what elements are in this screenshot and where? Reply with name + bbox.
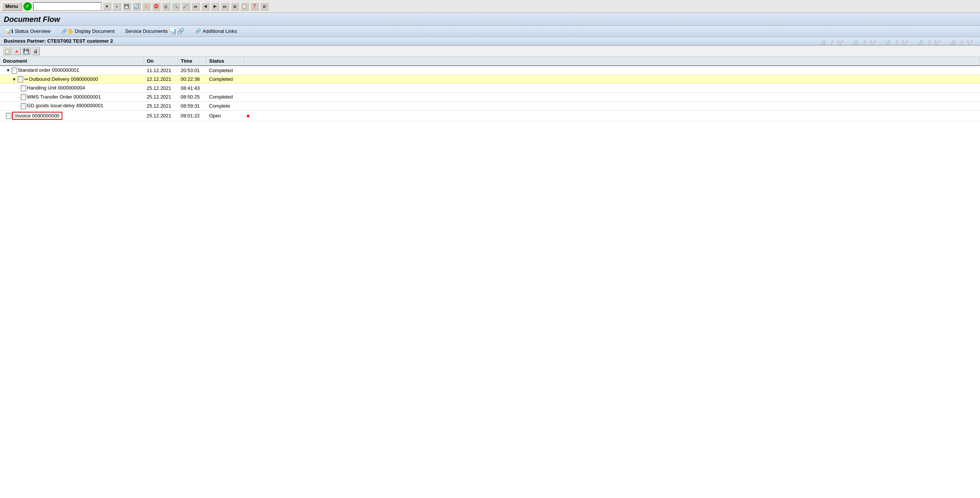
expand-icon[interactable]: ▼: [12, 77, 16, 82]
arrow-icon: ⇒: [24, 76, 28, 82]
document-table: Document On Time Status ▼📄Standard order…: [0, 57, 980, 121]
extra-cell: [244, 92, 980, 102]
window-icon[interactable]: 🖥: [231, 2, 239, 11]
warn-icon[interactable]: ⚠: [142, 2, 150, 11]
invoice-wrapper: Invoice 0090000000: [12, 112, 62, 120]
help-icon[interactable]: ❓: [250, 2, 259, 11]
date-cell: 25.12.2021: [144, 84, 178, 93]
menu-button[interactable]: Menu: [2, 2, 22, 11]
doc-icon: 📄: [6, 113, 11, 119]
extra-cell: [244, 84, 980, 93]
action-bar: 📊ℹ Status Overview 🔗🖐 Display Document S…: [0, 26, 980, 37]
additional-links-btn[interactable]: 🔗 Additional Links: [194, 28, 239, 34]
sub-icon-2[interactable]: 🔺: [13, 47, 21, 55]
print-icon[interactable]: 🖨: [162, 2, 170, 11]
sub-icon-3[interactable]: 💾: [22, 47, 30, 55]
status-cell: Completed: [206, 92, 244, 102]
expand-icon[interactable]: ·: [18, 95, 19, 99]
layout-icon[interactable]: 📋: [240, 2, 249, 11]
red-dot-icon: [247, 115, 250, 117]
expand-icon[interactable]: ·: [18, 86, 19, 90]
refresh-icon[interactable]: 🔄: [132, 2, 141, 11]
doc-label: Standard order 0000000001: [18, 67, 80, 73]
service-documents-label: Service Documents: [125, 28, 168, 34]
find-next-icon[interactable]: 🔎: [181, 2, 190, 11]
extra-cell: [244, 75, 980, 84]
doc-icon: 📄: [12, 68, 17, 74]
display-document-label: Display Document: [75, 28, 115, 34]
doc-label: Outbound Delivery 0080000000: [29, 76, 98, 82]
status-cell: Open: [206, 110, 244, 121]
prev-icon[interactable]: ◀: [201, 2, 209, 11]
status-cell: Completed: [206, 66, 244, 75]
table-row[interactable]: 📄Invoice 009000000025.12.202109:01:22Ope…: [0, 110, 980, 121]
extra-cell: [244, 110, 980, 121]
top-toolbar: Menu ✓ ▼ « 💾 🔄 ⚠ ⛔ 🖨 🔍 🔎 ⏮ ◀ ▶ ⏭ 🖥 📋 ❓ 🖥: [0, 0, 980, 13]
date-cell: 25.12.2021: [144, 102, 178, 111]
time-cell: 08:50:25: [178, 92, 206, 102]
status-overview-label: Status Overview: [15, 28, 51, 34]
additional-links-label: Additional Links: [202, 28, 237, 34]
next-icon[interactable]: ▶: [211, 2, 219, 11]
table-row[interactable]: ·📄WMS Transfer Order 000000000125.12.202…: [0, 92, 980, 102]
col-header-status: Status: [206, 57, 244, 66]
bp-label: Business Partner:: [4, 38, 46, 44]
doc-cell: ·📄WMS Transfer Order 0000000001: [0, 92, 144, 102]
table-row[interactable]: ▼📄Standard order 000000000111.12.202120:…: [0, 66, 980, 75]
col-header-time: Time: [178, 57, 206, 66]
doc-label: WMS Transfer Order 0000000001: [27, 94, 101, 100]
sub-icon-4[interactable]: 🖨: [31, 47, 40, 55]
extra-cell: [244, 102, 980, 111]
extra-cell: [244, 66, 980, 75]
date-cell: 25.12.2021: [144, 110, 178, 121]
table-row[interactable]: ·📄GD goods issue:delvy 490000000125.12.2…: [0, 102, 980, 111]
save-icon[interactable]: 💾: [123, 2, 131, 11]
command-input[interactable]: [33, 2, 101, 11]
dropdown-arrow-icon[interactable]: ▼: [103, 2, 111, 11]
doc-icon: 📄: [18, 76, 23, 82]
doc-cell: ·📄GD goods issue:delvy 4900000001: [0, 102, 144, 111]
col-header-on: On: [144, 57, 178, 66]
status-overview-btn[interactable]: 📊ℹ Status Overview: [4, 28, 52, 34]
service-documents-btn[interactable]: Service Documents 📊🔗: [124, 27, 186, 35]
document-table-area: Document On Time Status ▼📄Standard order…: [0, 57, 980, 121]
status-cell: Completed: [206, 75, 244, 84]
doc-label: Handling Unit 0000000004: [27, 85, 85, 90]
table-row[interactable]: ·📄Handling Unit 000000000425.12.202108:4…: [0, 84, 980, 93]
time-cell: 00:22:38: [178, 75, 206, 84]
monitor-icon[interactable]: 🖥: [260, 2, 268, 11]
page-title: Document Flow: [4, 15, 976, 24]
bp-value: CTEST002 TEST customer 2: [47, 38, 113, 44]
additional-links-icon: 🔗: [195, 28, 201, 34]
last-icon[interactable]: ⏭: [221, 2, 229, 11]
table-header-row: Document On Time Status: [0, 57, 980, 66]
back-icon[interactable]: «: [113, 2, 121, 11]
time-cell: 09:01:22: [178, 110, 206, 121]
doc-cell: ·📄Handling Unit 0000000004: [0, 84, 144, 93]
time-cell: 20:53:01: [178, 66, 206, 75]
expand-icon[interactable]: ·: [18, 103, 19, 108]
service-documents-icon: 📊🔗: [169, 28, 185, 35]
date-cell: 12.12.2021: [144, 75, 178, 84]
stop-icon[interactable]: ⛔: [152, 2, 160, 11]
doc-icon: 📄: [21, 103, 26, 109]
bp-bar: Business Partner: CTEST002 TEST customer…: [0, 37, 980, 46]
doc-cell: ▼📄Standard order 0000000001: [0, 66, 144, 75]
find-icon[interactable]: 🔍: [172, 2, 180, 11]
time-cell: 08:41:43: [178, 84, 206, 93]
doc-label: GD goods issue:delvy 4900000001: [27, 103, 103, 108]
table-row[interactable]: ▼📄⇒Outbound Delivery 008000000012.12.202…: [0, 75, 980, 84]
status-check-icon[interactable]: ✓: [24, 2, 32, 11]
sub-icon-1[interactable]: 📋: [3, 47, 11, 55]
expand-icon[interactable]: ▼: [6, 68, 10, 73]
doc-cell: 📄Invoice 0090000000: [0, 110, 144, 121]
sub-toolbar: 📋 🔺 💾 🖨: [0, 46, 980, 57]
col-header-document: Document: [0, 57, 144, 66]
col-header-extra: [244, 57, 980, 66]
doc-icon: 📄: [21, 85, 26, 91]
title-bar: Document Flow: [0, 13, 980, 26]
status-cell: [206, 84, 244, 93]
display-document-btn[interactable]: 🔗🖐 Display Document: [60, 28, 116, 34]
status-overview-icon: 📊ℹ: [5, 28, 13, 34]
first-icon[interactable]: ⏮: [191, 2, 200, 11]
